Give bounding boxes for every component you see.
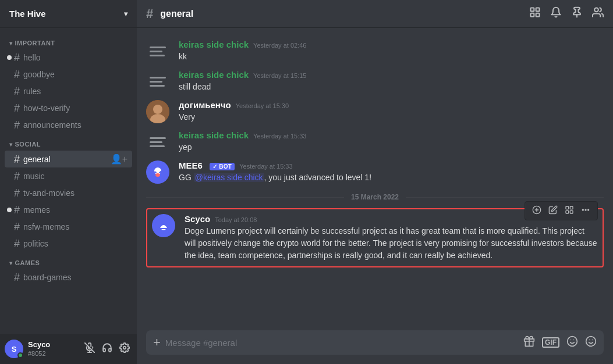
message-group: keiras side chick Yesterday at 15:15 sti… <box>137 67 613 95</box>
channel-tv-and-movies[interactable]: # tv-and-movies <box>5 185 132 201</box>
message-input[interactable] <box>165 331 519 354</box>
search-channel-icon[interactable] <box>529 6 541 21</box>
channels-list: ▾ IMPORTANT # hello # goodbye # rules # … <box>0 28 137 334</box>
channel-announcements[interactable]: # announcements <box>5 117 132 133</box>
message-input-area: + GIF <box>137 330 613 364</box>
svg-point-18 <box>155 171 157 172</box>
message-timestamp: Yesterday at 15:33 <box>253 133 306 140</box>
header-icons <box>529 6 604 21</box>
server-header[interactable]: The Hive ▾ <box>0 0 137 28</box>
message-timestamp: Today at 20:08 <box>215 216 257 223</box>
date-divider: 15 March 2022 <box>146 193 604 201</box>
edit-message-icon[interactable] <box>546 204 560 217</box>
message-author: keiras side chick <box>179 130 249 140</box>
message-header: MEE6 ✓ BOT Yesterday at 15:33 <box>179 160 604 170</box>
svg-rect-5 <box>536 8 540 12</box>
add-user-icon[interactable]: 👤+ <box>111 154 127 165</box>
server-chevron: ▾ <box>124 10 127 18</box>
emoji-icon[interactable] <box>585 336 597 350</box>
settings-icon[interactable] <box>117 340 132 358</box>
scyco-avatar <box>152 214 175 237</box>
avatar <box>146 100 169 123</box>
mute-icon[interactable] <box>82 340 97 358</box>
message-timestamp: Yesterday at 15:33 <box>239 163 292 170</box>
date-divider-text: 15 March 2022 <box>351 193 399 201</box>
svg-rect-4 <box>531 8 534 12</box>
message-content: MEE6 ✓ BOT Yesterday at 15:33 GG @keiras… <box>179 160 604 184</box>
svg-rect-26 <box>570 210 573 213</box>
svg-point-11 <box>153 105 162 114</box>
message-text: GG @keiras side chick, you just advanced… <box>179 172 604 184</box>
message-author: keiras side chick <box>179 40 249 49</box>
gift-icon[interactable] <box>523 336 535 350</box>
deafen-icon[interactable] <box>100 340 115 358</box>
channel-how-to-verify[interactable]: # how-to-verify <box>5 100 132 116</box>
add-reaction-icon[interactable] <box>530 204 544 217</box>
message-header: keiras side chick Yesterday at 02:46 <box>179 40 604 49</box>
svg-rect-25 <box>566 210 569 213</box>
main-content: # general <box>137 0 613 364</box>
add-content-button[interactable]: + <box>153 330 161 355</box>
message-input-icons: GIF <box>523 336 597 350</box>
message-input-wrapper: + GIF <box>146 330 604 355</box>
message-author: догимьенчо <box>179 100 231 110</box>
channel-rules[interactable]: # rules <box>5 83 132 99</box>
message-author: Scyco <box>185 214 210 224</box>
highlighted-message-content: Scyco Today at 20:08 Doge Lumens project… <box>185 214 598 262</box>
message-content: догимьенчо Yesterday at 15:30 Very <box>179 100 604 123</box>
svg-rect-23 <box>566 206 569 209</box>
channel-nsfw-memes[interactable]: # nsfw-memes <box>5 219 132 235</box>
channel-music[interactable]: # music <box>5 168 132 184</box>
pin-icon[interactable] <box>571 6 583 21</box>
channel-politics[interactable]: # politics <box>5 235 132 252</box>
message-text: still dead <box>179 81 604 93</box>
svg-point-36 <box>586 336 596 346</box>
gif-icon[interactable]: GIF <box>542 337 559 348</box>
current-user-info: Scyco #8052 <box>28 340 77 358</box>
message-text: Doge Lumens project will certainly be su… <box>185 225 598 262</box>
server-name: The Hive <box>9 9 46 19</box>
message-author: MEE6 <box>179 160 203 170</box>
category-important[interactable]: ▾ IMPORTANT <box>0 33 137 49</box>
svg-rect-6 <box>531 13 534 17</box>
online-status-dot <box>17 352 23 358</box>
channel-header-name: general <box>160 9 193 19</box>
message-group: keiras side chick Yesterday at 02:46 kk <box>137 37 613 65</box>
notification-icon[interactable] <box>550 6 562 21</box>
message-text: yep <box>179 141 604 154</box>
message-timestamp: Yesterday at 02:46 <box>253 42 306 49</box>
user-panel: S Scyco #8052 <box>0 334 137 364</box>
member-list-icon[interactable] <box>592 6 604 21</box>
svg-point-3 <box>123 347 126 349</box>
svg-point-19 <box>159 171 160 172</box>
svg-point-33 <box>568 336 577 346</box>
mee6-avatar <box>146 160 169 184</box>
svg-point-9 <box>594 8 598 12</box>
more-options-icon[interactable] <box>579 204 593 217</box>
message-text: kk <box>179 51 604 63</box>
channel-hello[interactable]: # hello <box>5 49 132 66</box>
svg-point-27 <box>582 209 583 210</box>
message-content: keiras side chick Yesterday at 02:46 kk <box>179 40 604 63</box>
channel-general[interactable]: # general 👤+ <box>5 151 132 167</box>
svg-point-17 <box>155 173 160 177</box>
message-text: Very <box>179 111 604 123</box>
mention[interactable]: @keiras side chick <box>194 173 264 182</box>
avatar <box>146 40 169 63</box>
unread-dot-memes <box>7 208 12 212</box>
user-panel-icons <box>82 340 132 358</box>
channel-goodbye[interactable]: # goodbye <box>5 66 132 83</box>
category-social[interactable]: ▾ SOCIAL <box>0 134 137 150</box>
message-header: keiras side chick Yesterday at 15:33 <box>179 130 604 140</box>
svg-point-28 <box>585 209 586 210</box>
current-user-avatar: S <box>5 340 23 358</box>
sticker-icon[interactable] <box>566 336 578 350</box>
message-timestamp: Yesterday at 15:15 <box>253 72 306 79</box>
category-games[interactable]: ▾ GAMES <box>0 252 137 269</box>
message-content: keiras side chick Yesterday at 15:15 sti… <box>179 70 604 93</box>
more-actions-hash-icon[interactable] <box>562 204 576 217</box>
channel-memes[interactable]: # memes <box>5 202 132 218</box>
channel-board-games[interactable]: # board-games <box>5 269 132 286</box>
channel-hash-icon: # <box>146 6 153 22</box>
message-header: догимьенчо Yesterday at 15:30 <box>179 100 604 110</box>
